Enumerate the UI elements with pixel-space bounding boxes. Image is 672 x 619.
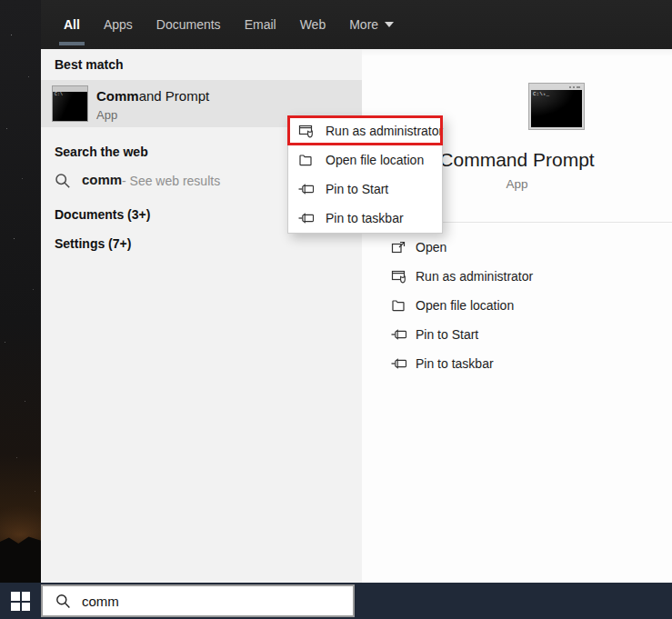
action-run-as-administrator-label: Run as administrator <box>416 269 533 284</box>
tab-more-label: More <box>349 17 378 32</box>
best-match-header: Best match <box>55 57 123 72</box>
best-match-subtitle: App <box>96 108 117 122</box>
preview-action-list: Open Run as administrator Open file loca… <box>362 233 672 378</box>
windows-logo-icon <box>11 592 20 601</box>
action-pin-to-start[interactable]: Pin to Start <box>362 320 672 349</box>
tab-all[interactable]: All <box>52 0 92 49</box>
pin-icon <box>391 356 407 371</box>
tab-email[interactable]: Email <box>233 0 288 49</box>
settings-section-header[interactable]: Settings (7+) <box>55 236 131 251</box>
tab-apps[interactable]: Apps <box>92 0 145 49</box>
taskbar-search-input[interactable] <box>82 594 318 609</box>
tab-documents-label: Documents <box>156 17 221 32</box>
web-suggestion-hint: - See web results <box>122 174 220 188</box>
best-match-title: Command Prompt <box>96 88 209 104</box>
action-run-as-administrator[interactable]: Run as administrator <box>362 262 672 291</box>
windows-logo-icon <box>22 603 31 612</box>
taskbar: W ❯ <box>0 583 672 619</box>
context-menu: Run as administrator Open file location … <box>287 115 443 234</box>
menu-item-run-as-administrator-label: Run as administrator <box>326 124 443 138</box>
menu-item-pin-to-start-label: Pin to Start <box>326 182 388 196</box>
action-open-file-location-label: Open file location <box>416 298 514 313</box>
search-icon <box>55 594 71 609</box>
command-prompt-icon <box>52 85 88 122</box>
web-suggestion-query: comm <box>82 172 122 187</box>
tab-web-label: Web <box>300 17 326 32</box>
chevron-down-icon <box>385 22 394 27</box>
search-icon <box>55 173 71 189</box>
best-match-title-highlight: Comm <box>96 88 139 104</box>
menu-item-open-file-location-label: Open file location <box>326 153 424 167</box>
pin-icon <box>298 211 315 225</box>
action-pin-to-start-label: Pin to Start <box>416 327 478 342</box>
menu-item-pin-to-start[interactable]: Pin to Start <box>288 175 442 204</box>
windows-search-screen: All Apps Documents Email Web More Best m… <box>0 0 672 619</box>
action-open-label: Open <box>416 240 446 255</box>
command-prompt-icon-large <box>528 83 585 130</box>
search-filter-bar: All Apps Documents Email Web More <box>41 0 672 49</box>
pin-icon <box>298 182 315 196</box>
desktop-wallpaper <box>0 0 41 583</box>
windows-logo-icon <box>11 603 20 612</box>
action-pin-to-taskbar-label: Pin to taskbar <box>416 356 494 371</box>
start-button[interactable] <box>11 592 30 611</box>
action-open-file-location[interactable]: Open file location <box>362 291 672 320</box>
folder-icon <box>391 298 407 313</box>
tab-all-label: All <box>64 17 80 32</box>
tab-more[interactable]: More <box>337 0 406 49</box>
run-as-admin-icon <box>391 269 407 284</box>
documents-section-header[interactable]: Documents (3+) <box>55 207 150 222</box>
action-pin-to-taskbar[interactable]: Pin to taskbar <box>362 349 672 378</box>
tab-web[interactable]: Web <box>288 0 338 49</box>
open-icon <box>391 240 407 255</box>
run-as-admin-icon <box>298 124 315 138</box>
menu-item-open-file-location[interactable]: Open file location <box>288 145 442 175</box>
tab-documents[interactable]: Documents <box>145 0 233 49</box>
folder-icon <box>298 153 315 167</box>
tab-email-label: Email <box>245 17 276 32</box>
pin-icon <box>391 327 407 342</box>
wallpaper-stars <box>0 0 1 1</box>
action-open[interactable]: Open <box>362 233 672 262</box>
menu-item-run-as-administrator[interactable]: Run as administrator <box>288 116 442 145</box>
tab-apps-label: Apps <box>104 17 133 32</box>
menu-item-pin-to-taskbar[interactable]: Pin to taskbar <box>288 204 442 233</box>
menu-item-pin-to-taskbar-label: Pin to taskbar <box>326 211 404 225</box>
search-the-web-header: Search the web <box>55 145 148 159</box>
taskbar-search-box[interactable] <box>41 584 355 617</box>
best-match-title-rest: and Prompt <box>139 88 210 104</box>
windows-logo-icon <box>22 592 31 601</box>
